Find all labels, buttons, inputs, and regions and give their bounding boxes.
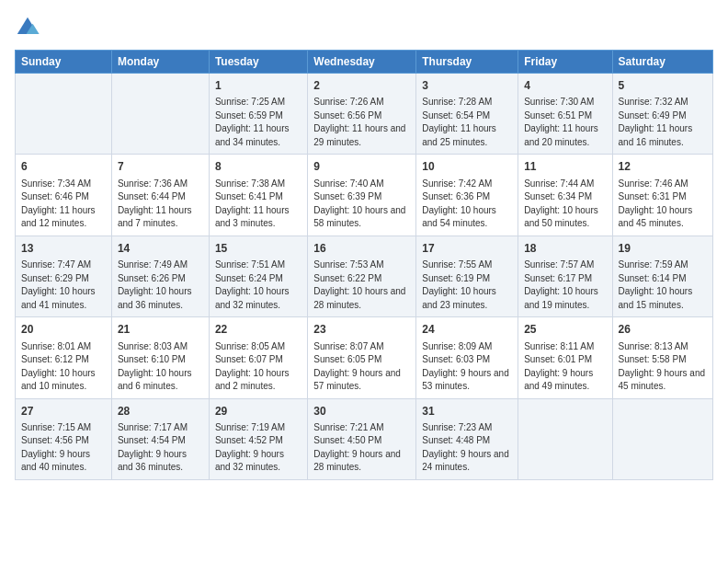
day-number: 26: [619, 322, 707, 338]
calendar-cell: 22Sunrise: 8:05 AMSunset: 6:07 PMDayligh…: [209, 317, 307, 398]
day-number: 30: [313, 404, 410, 419]
week-row-4: 20Sunrise: 8:01 AMSunset: 6:12 PMDayligh…: [16, 317, 713, 398]
sunset-text: Sunset: 5:58 PM: [619, 353, 707, 367]
sunset-text: Sunset: 6:05 PM: [313, 353, 410, 367]
calendar-cell: 30Sunrise: 7:21 AMSunset: 4:50 PMDayligh…: [308, 398, 416, 479]
sunrise-text: Sunrise: 7:47 AM: [21, 259, 106, 272]
calendar-cell: 31Sunrise: 7:23 AMSunset: 4:48 PMDayligh…: [416, 398, 518, 479]
daylight-text: Daylight: 9 hours and 32 minutes.: [215, 448, 301, 475]
sunset-text: Sunset: 6:51 PM: [524, 109, 606, 123]
day-number: 25: [524, 322, 606, 338]
sunset-text: Sunset: 4:50 PM: [313, 434, 410, 448]
day-number: 18: [524, 241, 606, 257]
daylight-text: Daylight: 10 hours and 15 minutes.: [619, 285, 707, 312]
daylight-text: Daylight: 10 hours and 41 minutes.: [21, 285, 106, 312]
calendar-cell: 11Sunrise: 7:44 AMSunset: 6:34 PMDayligh…: [518, 155, 612, 236]
calendar-cell: 9Sunrise: 7:40 AMSunset: 6:39 PMDaylight…: [308, 155, 416, 236]
sunset-text: Sunset: 6:56 PM: [313, 109, 410, 123]
sunrise-text: Sunrise: 7:57 AM: [524, 259, 606, 272]
sunset-text: Sunset: 6:54 PM: [422, 109, 512, 123]
sunrise-text: Sunrise: 7:17 AM: [118, 421, 203, 435]
sunset-text: Sunset: 6:07 PM: [215, 353, 301, 367]
sunrise-text: Sunrise: 7:36 AM: [118, 178, 203, 191]
sunrise-text: Sunrise: 8:01 AM: [21, 340, 106, 354]
calendar-cell: 20Sunrise: 8:01 AMSunset: 6:12 PMDayligh…: [16, 317, 112, 398]
week-row-3: 13Sunrise: 7:47 AMSunset: 6:29 PMDayligh…: [16, 236, 713, 316]
sunrise-text: Sunrise: 7:34 AM: [21, 178, 106, 191]
day-number: 17: [422, 241, 512, 257]
calendar-cell: [111, 74, 209, 155]
daylight-text: Daylight: 9 hours and 40 minutes.: [21, 448, 106, 475]
daylight-text: Daylight: 9 hours and 36 minutes.: [118, 448, 203, 475]
day-header-monday: Monday: [111, 51, 209, 74]
sunrise-text: Sunrise: 7:49 AM: [118, 259, 203, 272]
day-number: 29: [215, 404, 301, 419]
calendar-cell: 12Sunrise: 7:46 AMSunset: 6:31 PMDayligh…: [612, 155, 712, 236]
sunrise-text: Sunrise: 7:19 AM: [215, 421, 301, 435]
sunrise-text: Sunrise: 8:05 AM: [215, 340, 301, 354]
sunrise-text: Sunrise: 7:40 AM: [313, 178, 410, 191]
daylight-text: Daylight: 9 hours and 49 minutes.: [524, 367, 606, 394]
daylight-text: Daylight: 10 hours and 58 minutes.: [313, 204, 410, 231]
calendar-cell: 13Sunrise: 7:47 AMSunset: 6:29 PMDayligh…: [16, 236, 112, 316]
sunset-text: Sunset: 6:29 PM: [21, 272, 106, 286]
calendar-cell: 17Sunrise: 7:55 AMSunset: 6:19 PMDayligh…: [416, 236, 518, 316]
day-header-friday: Friday: [518, 51, 612, 74]
day-number: 24: [422, 322, 512, 338]
sunset-text: Sunset: 6:26 PM: [118, 272, 203, 286]
sunrise-text: Sunrise: 7:28 AM: [422, 96, 512, 109]
calendar-cell: 26Sunrise: 8:13 AMSunset: 5:58 PMDayligh…: [612, 317, 712, 398]
day-number: 4: [524, 78, 606, 94]
sunset-text: Sunset: 6:44 PM: [118, 190, 203, 204]
week-row-2: 6Sunrise: 7:34 AMSunset: 6:46 PMDaylight…: [16, 155, 713, 236]
sunrise-text: Sunrise: 7:32 AM: [619, 96, 707, 109]
page: SundayMondayTuesdayWednesdayThursdayFrid…: [0, 0, 728, 563]
day-number: 31: [422, 404, 512, 419]
week-row-5: 27Sunrise: 7:15 AMSunset: 4:56 PMDayligh…: [16, 398, 713, 479]
sunrise-text: Sunrise: 7:21 AM: [313, 421, 410, 435]
sunset-text: Sunset: 6:22 PM: [313, 272, 410, 286]
sunset-text: Sunset: 6:31 PM: [619, 190, 707, 204]
header: [15, 15, 713, 40]
daylight-text: Daylight: 10 hours and 54 minutes.: [422, 204, 512, 231]
calendar-cell: 1Sunrise: 7:25 AMSunset: 6:59 PMDaylight…: [209, 74, 307, 155]
sunset-text: Sunset: 6:24 PM: [215, 272, 301, 286]
day-number: 2: [313, 78, 410, 94]
sunset-text: Sunset: 6:49 PM: [619, 109, 707, 123]
sunset-text: Sunset: 6:01 PM: [524, 353, 606, 367]
daylight-text: Daylight: 10 hours and 32 minutes.: [215, 285, 301, 312]
sunrise-text: Sunrise: 8:03 AM: [118, 340, 203, 354]
daylight-text: Daylight: 10 hours and 50 minutes.: [524, 204, 606, 231]
daylight-text: Daylight: 9 hours and 24 minutes.: [422, 448, 512, 475]
calendar-table: SundayMondayTuesdayWednesdayThursdayFrid…: [15, 50, 713, 480]
sunrise-text: Sunrise: 8:07 AM: [313, 340, 410, 354]
sunrise-text: Sunrise: 8:09 AM: [422, 340, 512, 354]
day-number: 21: [118, 322, 203, 338]
daylight-text: Daylight: 9 hours and 57 minutes.: [313, 367, 410, 394]
calendar-cell: 16Sunrise: 7:53 AMSunset: 6:22 PMDayligh…: [308, 236, 416, 316]
day-header-saturday: Saturday: [612, 51, 712, 74]
sunset-text: Sunset: 6:46 PM: [21, 190, 106, 204]
calendar-cell: 19Sunrise: 7:59 AMSunset: 6:14 PMDayligh…: [612, 236, 712, 316]
sunset-text: Sunset: 6:41 PM: [215, 190, 301, 204]
daylight-text: Daylight: 11 hours and 16 minutes.: [619, 122, 707, 149]
calendar-cell: 3Sunrise: 7:28 AMSunset: 6:54 PMDaylight…: [416, 74, 518, 155]
sunrise-text: Sunrise: 7:55 AM: [422, 259, 512, 272]
day-number: 8: [215, 159, 301, 175]
daylight-text: Daylight: 9 hours and 45 minutes.: [619, 367, 707, 394]
sunset-text: Sunset: 6:03 PM: [422, 353, 512, 367]
logo: [15, 15, 44, 40]
daylight-text: Daylight: 9 hours and 28 minutes.: [313, 448, 410, 475]
daylight-text: Daylight: 11 hours and 29 minutes.: [313, 122, 410, 149]
sunset-text: Sunset: 6:36 PM: [422, 190, 512, 204]
sunset-text: Sunset: 6:59 PM: [215, 109, 301, 123]
calendar-cell: 25Sunrise: 8:11 AMSunset: 6:01 PMDayligh…: [518, 317, 612, 398]
sunset-text: Sunset: 6:10 PM: [118, 353, 203, 367]
calendar-cell: 15Sunrise: 7:51 AMSunset: 6:24 PMDayligh…: [209, 236, 307, 316]
calendar-cell: 8Sunrise: 7:38 AMSunset: 6:41 PMDaylight…: [209, 155, 307, 236]
sunset-text: Sunset: 6:12 PM: [21, 353, 106, 367]
daylight-text: Daylight: 10 hours and 19 minutes.: [524, 285, 606, 312]
sunset-text: Sunset: 4:54 PM: [118, 434, 203, 448]
day-header-wednesday: Wednesday: [308, 51, 416, 74]
calendar-cell: [612, 398, 712, 479]
